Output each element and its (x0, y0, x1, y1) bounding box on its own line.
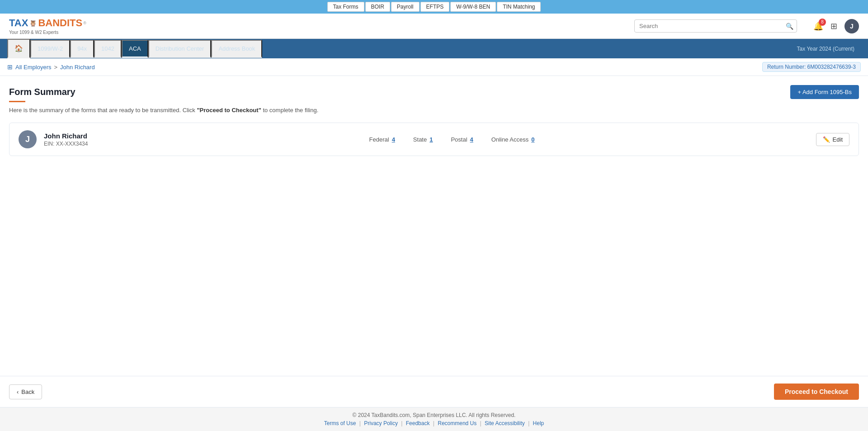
stat-postal: Postal 4 (451, 136, 473, 143)
back-label: Back (21, 388, 34, 395)
edit-button[interactable]: ✏️ Edit (816, 133, 849, 146)
footer-feedback[interactable]: Feedback (406, 420, 430, 426)
ein-value: XX-XXX3434 (56, 141, 88, 147)
page-title: Form Summary (9, 87, 75, 97)
checkout-button[interactable]: Proceed to Checkout (774, 384, 859, 400)
nav-1042[interactable]: 1042 (94, 40, 122, 58)
employer-name: John Richard (44, 132, 88, 140)
stat-online-access: Online Access 0 (491, 136, 535, 143)
footer-terms[interactable]: Terms of Use (324, 420, 356, 426)
topbar-w9[interactable]: W-9/W-8 BEN (450, 2, 496, 12)
logo-bandits: BANDITS (38, 17, 82, 29)
ein-label: EIN: (44, 141, 54, 147)
stat-state: State 1 (413, 136, 433, 143)
header-icons: 🔔 8 ⊞ J (813, 19, 859, 33)
top-nav-bar: Tax Forms BOIR Payroll EFTPS W-9/W-8 BEN… (0, 0, 868, 14)
employer-card: J John Richard EIN: XX-XXX3434 Federal 4… (9, 123, 859, 156)
topbar-payroll[interactable]: Payroll (391, 2, 420, 12)
desc-after: to complete the filing. (261, 107, 318, 114)
search-container: 🔍 (634, 19, 797, 33)
topbar-boir[interactable]: BOIR (365, 2, 390, 12)
stat-postal-value[interactable]: 4 (470, 136, 473, 143)
back-icon: ‹ (17, 388, 19, 395)
nav-home[interactable]: 🏠 (7, 39, 30, 58)
footer-copyright: © 2024 TaxBandits.com, Span Enterprises … (5, 412, 863, 418)
logo-tax: TAX (9, 17, 28, 29)
back-button[interactable]: ‹ Back (9, 384, 42, 399)
nav-address-book[interactable]: Address Book (211, 40, 262, 58)
breadcrumb: ⊞ All Employers > John Richard Return Nu… (0, 58, 868, 76)
header: TAX 🦉 BANDITS ® Your 1099 & W2 Experts 🔍… (0, 14, 868, 39)
stat-federal: Federal 4 (369, 136, 395, 143)
return-number-badge: Return Number: 6M003282476639-3 (762, 62, 861, 72)
stat-online-access-label: Online Access (491, 136, 528, 143)
stat-federal-value[interactable]: 4 (392, 136, 395, 143)
nav-aca[interactable]: ACA (122, 40, 148, 58)
summary-description: Here is the summary of the forms that ar… (9, 107, 859, 114)
stat-state-value[interactable]: 1 (429, 136, 433, 143)
employer-ein: EIN: XX-XXX3434 (44, 141, 88, 147)
logo: TAX 🦉 BANDITS ® Your 1099 & W2 Experts (9, 17, 86, 35)
title-underline (9, 101, 25, 102)
search-icon[interactable]: 🔍 (786, 23, 793, 30)
bottom-bar: ‹ Back Proceed to Checkout (0, 376, 868, 407)
home-icon: 🏠 (14, 44, 23, 52)
footer-recommend[interactable]: Recommend Us (438, 420, 476, 426)
breadcrumb-current-employer[interactable]: John Richard (60, 64, 95, 71)
nav-bar: 🏠 1099/W-2 94x 1042 ACA Distribution Cen… (0, 39, 868, 58)
form-summary-header: Form Summary + Add Form 1095-Bs (9, 85, 859, 99)
add-form-button[interactable]: + Add Form 1095-Bs (790, 85, 859, 99)
desc-highlight: "Proceed to Checkout" (197, 107, 261, 114)
user-avatar[interactable]: J (844, 19, 859, 33)
logo-text: TAX 🦉 BANDITS ® (9, 17, 86, 29)
stat-postal-label: Postal (451, 136, 467, 143)
employer-stats: Federal 4 State 1 Postal 4 Online Access… (95, 136, 808, 143)
nav-1099[interactable]: 1099/W-2 (30, 40, 70, 58)
desc-before: Here is the summary of the forms that ar… (9, 107, 197, 114)
footer: © 2024 TaxBandits.com, Span Enterprises … (0, 407, 868, 431)
nav-94x[interactable]: 94x (70, 40, 94, 58)
footer-help[interactable]: Help (533, 420, 544, 426)
stat-federal-label: Federal (369, 136, 389, 143)
edit-label: Edit (833, 136, 843, 143)
edit-icon: ✏️ (823, 136, 830, 143)
notification-badge: 8 (819, 19, 826, 26)
stat-online-access-value[interactable]: 0 (531, 136, 534, 143)
tax-year-label: Tax Year 2024 (Current) (791, 46, 861, 52)
grid-menu-button[interactable]: ⊞ (830, 21, 837, 31)
search-input[interactable] (634, 19, 797, 33)
nav-distribution-center[interactable]: Distribution Center (148, 40, 212, 58)
topbar-tin-matching[interactable]: TIN Matching (497, 2, 541, 12)
breadcrumb-separator: > (54, 64, 57, 71)
employer-avatar: J (19, 130, 37, 148)
stat-state-label: State (413, 136, 427, 143)
logo-reg: ® (83, 21, 86, 25)
employers-icon: ⊞ (7, 63, 13, 71)
footer-links: Terms of Use | Privacy Policy | Feedback… (5, 420, 863, 426)
breadcrumb-all-employers[interactable]: All Employers (15, 64, 51, 71)
topbar-tax-forms[interactable]: Tax Forms (327, 2, 364, 12)
footer-accessibility[interactable]: Site Accessibility (485, 420, 525, 426)
topbar-eftps[interactable]: EFTPS (420, 2, 450, 12)
footer-privacy[interactable]: Privacy Policy (364, 420, 398, 426)
employer-info: John Richard EIN: XX-XXX3434 (44, 132, 88, 147)
main-content: Form Summary + Add Form 1095-Bs Here is … (0, 76, 868, 376)
logo-sub: Your 1099 & W2 Experts (9, 30, 86, 35)
notification-button[interactable]: 🔔 8 (813, 21, 823, 31)
